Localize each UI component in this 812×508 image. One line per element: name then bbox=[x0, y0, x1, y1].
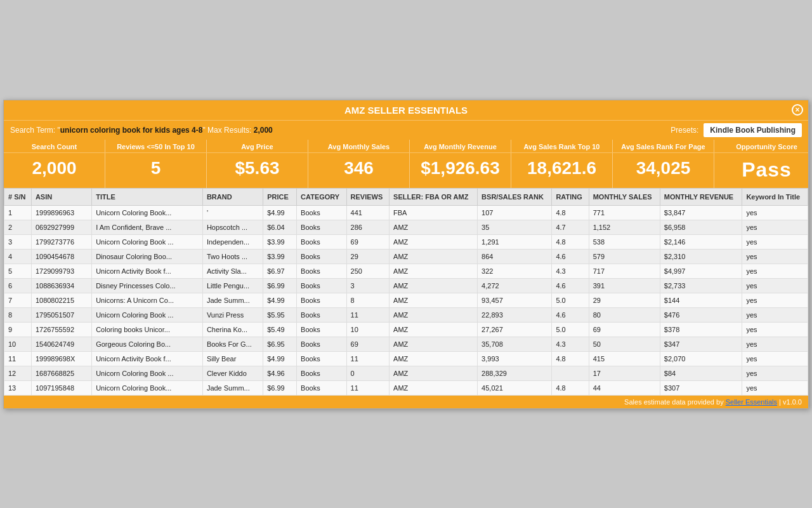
table-cell: Books bbox=[297, 220, 346, 234]
table-cell: 250 bbox=[346, 264, 389, 278]
stat-value-opportunity-score: Pass bbox=[714, 153, 812, 188]
table-cell: Silly Bear bbox=[202, 351, 263, 366]
table-cell: 1097195848 bbox=[31, 380, 91, 395]
table-cell: 107 bbox=[478, 205, 552, 220]
table-cell: Activity Sla... bbox=[202, 264, 263, 278]
table-cell: 538 bbox=[589, 234, 660, 249]
table-cell: $4.99 bbox=[263, 293, 297, 307]
table-cell: AMZ bbox=[390, 337, 478, 351]
col-header-title: TITLE bbox=[92, 188, 203, 205]
table-cell: 27,267 bbox=[478, 322, 552, 337]
table-row[interactable]: 31799273776Unicorn Coloring Book ...Inde… bbox=[4, 234, 808, 249]
table-cell: Books bbox=[297, 205, 346, 220]
table-row[interactable]: 121687668825Unicorn Coloring Book ...Cle… bbox=[4, 366, 808, 380]
table-cell: yes bbox=[742, 307, 808, 322]
table-cell: AMZ bbox=[390, 264, 478, 278]
table-cell: 1088636934 bbox=[31, 278, 91, 293]
table-cell: AMZ bbox=[390, 249, 478, 264]
table-cell: 44 bbox=[589, 380, 660, 395]
table-cell: Jade Summ... bbox=[202, 380, 263, 395]
table-cell: 286 bbox=[346, 220, 389, 234]
table-cell: 0692927999 bbox=[31, 220, 91, 234]
table-cell: Hopscotch ... bbox=[202, 220, 263, 234]
table-cell: 93,457 bbox=[478, 293, 552, 307]
table-cell: Unicorns: A Unicorn Co... bbox=[92, 293, 203, 307]
stat-header-avg-price: Avg Price bbox=[207, 140, 308, 152]
table-row[interactable]: 41090454678Dinosaur Coloring Boo...Two H… bbox=[4, 249, 808, 264]
table-cell: 4.3 bbox=[552, 264, 589, 278]
table-cell: 9 bbox=[4, 322, 32, 337]
table-cell bbox=[552, 366, 589, 380]
table-cell: 45,021 bbox=[478, 380, 552, 395]
table-cell: 199989698X bbox=[31, 351, 91, 366]
table-cell: Unicorn Coloring Book... bbox=[92, 205, 203, 220]
table-cell: 1999896963 bbox=[31, 205, 91, 220]
footer-version: | v1.0.0 bbox=[779, 398, 802, 406]
table-row[interactable]: 91726755592Coloring books Unicor...Cheri… bbox=[4, 322, 808, 337]
close-button[interactable]: × bbox=[792, 104, 803, 116]
table-cell: 4 bbox=[4, 249, 32, 264]
table-cell: Unicorn Activity Book f... bbox=[92, 264, 203, 278]
footer-link[interactable]: Seller Essentials bbox=[726, 398, 777, 406]
table-cell: yes bbox=[742, 366, 808, 380]
table-row[interactable]: 11199989698XUnicorn Activity Book f...Si… bbox=[4, 351, 808, 366]
presets-label: Presets: bbox=[671, 126, 698, 135]
table-row[interactable]: 71080802215Unicorns: A Unicorn Co...Jade… bbox=[4, 293, 808, 307]
footer-bar: Sales estimate data provided by Seller E… bbox=[4, 396, 808, 408]
table-cell: Books bbox=[297, 322, 346, 337]
stat-value-search-count: 2,000 bbox=[4, 153, 105, 188]
table-row[interactable]: 11999896963Unicorn Coloring Book...'$4.9… bbox=[4, 205, 808, 220]
table-cell: yes bbox=[742, 351, 808, 366]
table-cell: Unicorn Coloring Book... bbox=[92, 380, 203, 395]
table-cell: AMZ bbox=[390, 293, 478, 307]
table-row[interactable]: 20692927999I Am Confident, Brave ...Hops… bbox=[4, 220, 808, 234]
table-row[interactable]: 61088636934Disney Princesses Colo...Litt… bbox=[4, 278, 808, 293]
table-cell: $5.95 bbox=[263, 307, 297, 322]
table-cell: $4,997 bbox=[660, 264, 742, 278]
table-cell: Coloring books Unicor... bbox=[92, 322, 203, 337]
table-cell: AMZ bbox=[390, 351, 478, 366]
table-cell: 8 bbox=[4, 307, 32, 322]
table-cell: 13 bbox=[4, 380, 32, 395]
app-title: AMZ SELLER ESSENTIALS bbox=[344, 105, 468, 116]
table-cell: 717 bbox=[589, 264, 660, 278]
table-cell: 80 bbox=[589, 307, 660, 322]
table-cell: $4.99 bbox=[263, 205, 297, 220]
table-cell: $144 bbox=[660, 293, 742, 307]
presets-button[interactable]: Kindle Book Publishing bbox=[704, 123, 802, 137]
table-cell: Two Hoots ... bbox=[202, 249, 263, 264]
table-cell: 10 bbox=[346, 322, 389, 337]
table-cell: AMZ bbox=[390, 278, 478, 293]
table-row[interactable]: 131097195848Unicorn Coloring Book...Jade… bbox=[4, 380, 808, 395]
table-cell: 12 bbox=[4, 366, 32, 380]
table-cell: yes bbox=[742, 293, 808, 307]
table-cell: AMZ bbox=[390, 322, 478, 337]
max-results-value: 2,000 bbox=[254, 126, 273, 135]
col-header-price: PRICE bbox=[263, 188, 297, 205]
table-cell: 11 bbox=[346, 307, 389, 322]
table-cell: yes bbox=[742, 264, 808, 278]
col-header-category: CATEGORY bbox=[297, 188, 346, 205]
table-cell: AMZ bbox=[390, 234, 478, 249]
table-cell: 579 bbox=[589, 249, 660, 264]
table-cell: 69 bbox=[346, 337, 389, 351]
table-cell: Unicorn Coloring Book ... bbox=[92, 234, 203, 249]
table-row[interactable]: 101540624749Gorgeous Coloring Bo...Books… bbox=[4, 337, 808, 351]
table-cell: 0 bbox=[346, 366, 389, 380]
table-cell: 1540624749 bbox=[31, 337, 91, 351]
table-cell: yes bbox=[742, 205, 808, 220]
table-cell: 1726755592 bbox=[31, 322, 91, 337]
table-cell: yes bbox=[742, 322, 808, 337]
table-cell: 50 bbox=[589, 337, 660, 351]
table-row[interactable]: 81795051507Unicorn Coloring Book ...Vunz… bbox=[4, 307, 808, 322]
table-cell: $6.04 bbox=[263, 220, 297, 234]
table-cell: Dinosaur Coloring Boo... bbox=[92, 249, 203, 264]
table-cell: Clever Kiddo bbox=[202, 366, 263, 380]
table-cell: Books bbox=[297, 307, 346, 322]
table-cell: 7 bbox=[4, 293, 32, 307]
table-row[interactable]: 51729099793Unicorn Activity Book f...Act… bbox=[4, 264, 808, 278]
table-cell: 4.6 bbox=[552, 249, 589, 264]
table-header: # S/N ASIN TITLE BRAND PRICE CATEGORY RE… bbox=[4, 188, 808, 205]
col-header-seller: SELLER: FBA OR AMZ bbox=[390, 188, 478, 205]
table-cell: 4.8 bbox=[552, 380, 589, 395]
